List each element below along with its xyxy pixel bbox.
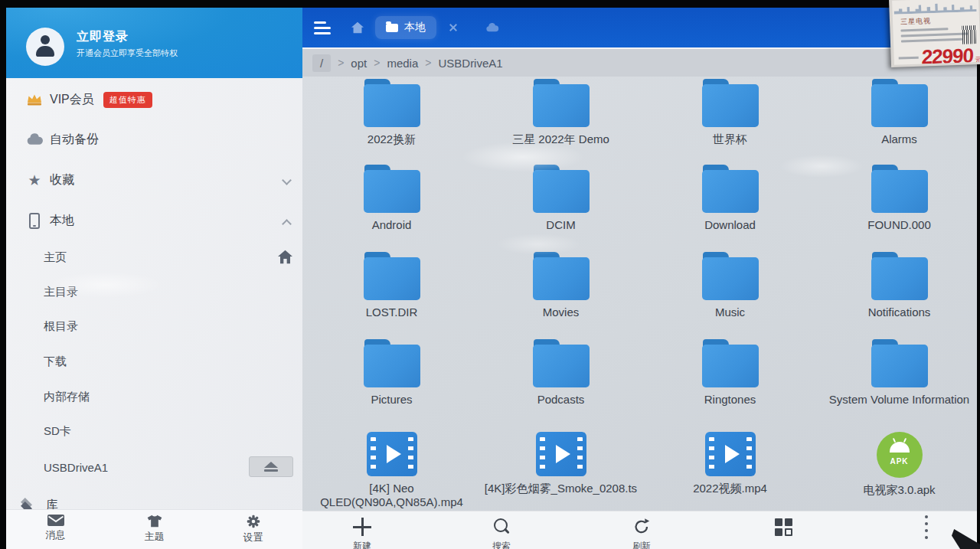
file-name: Pictures xyxy=(371,393,412,407)
sidebar-item-local[interactable]: 本地 xyxy=(6,205,302,236)
file-item[interactable]: System Volume Information xyxy=(815,337,977,407)
file-name: 2022视频.mp4 xyxy=(693,482,767,495)
file-item[interactable]: [4K]彩色烟雾_Smoke_0208.ts xyxy=(476,424,645,509)
new-button[interactable]: 新建 xyxy=(332,518,393,549)
view-mode-button[interactable] xyxy=(753,518,815,536)
file-name: DCIM xyxy=(546,218,575,232)
file-name: Notifications xyxy=(868,306,931,319)
file-item[interactable]: Ringtones xyxy=(645,337,815,407)
skyline-graphic xyxy=(893,1,976,15)
close-tab-icon[interactable] xyxy=(449,23,458,32)
breadcrumb-separator: > xyxy=(374,57,380,69)
folder-icon xyxy=(533,257,590,300)
price-tag-text-line xyxy=(901,32,969,37)
sidebar-item-usb-drive[interactable]: USBDriveA1 xyxy=(6,453,302,481)
sidebar-item-sd-card[interactable]: SD卡 xyxy=(6,417,302,445)
nav-messages[interactable]: 消息 xyxy=(6,510,105,549)
sidebar-item-vip[interactable]: VIP会员 超值特惠 xyxy=(6,84,302,115)
file-item[interactable]: Download xyxy=(645,162,815,232)
tab-local[interactable]: 本地 xyxy=(375,16,436,39)
login-banner[interactable]: 立即登录 开通会员立即享受全部特权 xyxy=(6,8,302,78)
file-item[interactable]: 世界杯 xyxy=(645,77,815,146)
file-item[interactable]: 2022换新 xyxy=(307,77,476,146)
barcode xyxy=(962,25,976,44)
internal-storage-label: 内部存储 xyxy=(44,390,90,404)
cloud-upload-icon[interactable] xyxy=(485,23,499,32)
breadcrumb-usbdrive[interactable]: USBDriveA1 xyxy=(438,57,502,70)
file-item[interactable]: DCIM xyxy=(476,162,645,232)
sidebar: 立即登录 开通会员立即享受全部特权 VIP会员 超值特惠 自动备份 ★ 收藏 本… xyxy=(6,8,302,549)
downloads-label: 下载 xyxy=(44,355,67,369)
file-name: Music xyxy=(715,306,745,319)
sidebar-item-main-dir[interactable]: 主目录 xyxy=(6,278,302,306)
file-item[interactable]: [4K] Neo QLED(QN90A,QN85A).mp4 xyxy=(307,424,476,509)
file-item[interactable]: LOST.DIR xyxy=(307,250,476,319)
favorites-label: 收藏 xyxy=(50,172,74,188)
file-item[interactable]: Pictures xyxy=(307,337,476,407)
price-row: 22990 元 xyxy=(898,44,980,65)
envelope-icon xyxy=(47,515,64,526)
file-name: LOST.DIR xyxy=(366,306,418,319)
sd-card-label: SD卡 xyxy=(44,424,71,439)
folder-icon xyxy=(702,170,759,213)
nav-messages-label: 消息 xyxy=(46,528,66,542)
search-button[interactable]: 搜索 xyxy=(471,518,532,549)
sidebar-item-favorites[interactable]: ★ 收藏 xyxy=(6,165,302,195)
sidebar-item-internal-storage[interactable]: 内部存储 xyxy=(6,383,302,410)
refresh-button[interactable]: 刷新 xyxy=(611,518,672,549)
vip-label: VIP会员 xyxy=(50,92,94,108)
sidebar-item-downloads[interactable]: 下载 xyxy=(6,348,302,375)
home-icon xyxy=(277,250,293,264)
file-item[interactable]: Alarms xyxy=(815,77,977,146)
auto-backup-label: 自动备份 xyxy=(50,132,99,148)
file-item[interactable]: FOUND.000 xyxy=(815,162,977,232)
folder-icon xyxy=(702,84,759,127)
menu-icon[interactable] xyxy=(314,18,332,38)
file-item[interactable]: 三星 2022年 Demo xyxy=(476,77,645,146)
file-item[interactable]: Android xyxy=(307,162,476,232)
sidebar-item-auto-backup[interactable]: 自动备份 xyxy=(6,124,302,155)
breadcrumb-opt[interactable]: opt xyxy=(351,57,367,70)
price-tag-text-line xyxy=(901,38,962,43)
plus-icon xyxy=(353,518,371,536)
file-item[interactable]: Notifications xyxy=(815,250,977,319)
price-prefix-line xyxy=(899,57,919,60)
root-dir-label: 根目录 xyxy=(44,319,78,334)
file-item[interactable]: 2022视频.mp4 xyxy=(645,424,815,509)
file-name: Ringtones xyxy=(704,393,756,407)
star-icon: ★ xyxy=(25,173,44,188)
file-item[interactable]: Podcasts xyxy=(476,337,645,407)
folder-icon xyxy=(871,84,928,127)
video-file-icon xyxy=(536,432,586,476)
price-tag-text-line xyxy=(900,28,948,31)
folder-icon xyxy=(533,170,590,213)
breadcrumb-media[interactable]: media xyxy=(387,57,418,70)
file-item[interactable]: Music xyxy=(645,250,815,319)
more-options-button[interactable] xyxy=(925,515,928,539)
file-item[interactable]: Movies xyxy=(476,250,645,319)
topbar: 本地 xyxy=(302,8,977,47)
file-item[interactable]: APK电视家3.0.apk xyxy=(815,424,977,509)
search-button-label: 搜索 xyxy=(492,540,511,549)
sidebar-item-root-dir[interactable]: 根目录 xyxy=(6,312,302,340)
breadcrumb: / > opt > media > USBDriveA1 xyxy=(302,47,977,77)
home-tab-icon[interactable] xyxy=(351,21,364,34)
price-tag-product: 三星电视 xyxy=(900,16,931,27)
nav-theme[interactable]: 主题 xyxy=(105,510,204,549)
file-name: [4K]彩色烟雾_Smoke_0208.ts xyxy=(485,482,637,495)
sidebar-item-home-dir[interactable]: 主页 xyxy=(6,243,302,271)
file-name: Alarms xyxy=(881,132,917,146)
sidebar-bottom-nav: 消息 主题 设置 xyxy=(6,509,302,549)
login-subtitle: 开通会员立即享受全部特权 xyxy=(77,47,178,59)
video-file-icon xyxy=(705,432,756,476)
home-dir-label: 主页 xyxy=(44,250,67,265)
login-title: 立即登录 xyxy=(77,29,129,45)
nav-settings[interactable]: 设置 xyxy=(204,510,302,549)
price-unit: 元 xyxy=(975,55,980,65)
price-tag-inner: 三星电视 22990 元 xyxy=(892,0,980,65)
folder-icon xyxy=(871,345,928,387)
breadcrumb-root[interactable]: / xyxy=(312,54,331,72)
file-name: Android xyxy=(372,218,412,232)
tv-screen: 立即登录 开通会员立即享受全部特权 VIP会员 超值特惠 自动备份 ★ 收藏 本… xyxy=(6,8,977,549)
eject-button[interactable] xyxy=(249,456,293,477)
